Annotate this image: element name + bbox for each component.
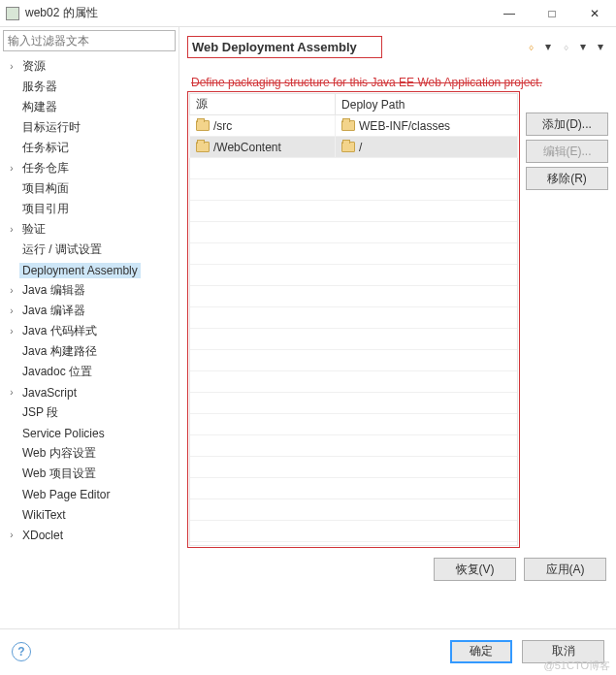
tree-item-label: Web Page Editor — [19, 487, 113, 502]
tree-item-label: Web 内容设置 — [19, 444, 99, 463]
category-tree[interactable]: ›资源服务器构建器目标运行时任务标记›任务仓库项目构面项目引用›验证运行 / 调… — [0, 54, 178, 628]
chevron-right-icon[interactable]: › — [4, 61, 19, 72]
chevron-right-icon[interactable]: › — [4, 305, 19, 316]
back-icon[interactable]: ⬨ — [523, 39, 538, 54]
column-source[interactable]: 源 — [190, 94, 336, 115]
tree-item-label: 验证 — [19, 220, 49, 239]
table-empty-area — [189, 158, 518, 546]
tree-item-label: 任务标记 — [19, 139, 72, 157]
tree-item[interactable]: 服务器 — [0, 77, 178, 97]
tree-item-label: JSP 段 — [19, 403, 61, 422]
folder-icon — [341, 120, 355, 131]
back-menu-icon[interactable]: ▾ — [540, 39, 556, 54]
tree-item[interactable]: ›任务仓库 — [0, 158, 178, 178]
tree-item[interactable]: 任务标记 — [0, 138, 178, 158]
chevron-right-icon[interactable]: › — [4, 530, 19, 540]
tree-item[interactable]: 运行 / 调试设置 — [0, 240, 178, 260]
maximize-button[interactable]: □ — [531, 0, 573, 27]
forward-menu-icon[interactable]: ▾ — [575, 39, 591, 54]
tree-item[interactable]: Service Policies — [0, 423, 178, 443]
column-deploy[interactable]: Deploy Path — [336, 94, 518, 115]
dialog-footer: ? 确定 取消 — [0, 628, 616, 673]
app-icon — [6, 7, 19, 20]
tree-item[interactable]: ›验证 — [0, 219, 178, 240]
tree-item-label: Service Policies — [19, 426, 108, 441]
tree-item-label: Javadoc 位置 — [19, 363, 95, 381]
assembly-table-wrap: 源 Deploy Path /srcWEB-INF/classes/WebCon… — [187, 91, 520, 548]
cell-deploy: / — [336, 137, 518, 158]
remove-button[interactable]: 移除(R) — [526, 167, 608, 190]
tree-item-label: 运行 / 调试设置 — [19, 241, 105, 259]
restore-button[interactable]: 恢复(V) — [434, 558, 516, 581]
tree-item[interactable]: Java 构建路径 — [0, 341, 178, 362]
tree-item-label: 构建器 — [19, 98, 60, 116]
assembly-table[interactable]: 源 Deploy Path /srcWEB-INF/classes/WebCon… — [189, 93, 518, 158]
window-title: web02 的属性 — [25, 5, 488, 21]
tree-item-label: Java 编译器 — [19, 302, 88, 320]
side-button-group: 添加(D)... 编辑(E)... 移除(R) — [526, 91, 608, 548]
tree-item-label: Java 编辑器 — [19, 281, 88, 300]
tree-item[interactable]: ›XDoclet — [0, 525, 178, 545]
apply-button[interactable]: 应用(A) — [524, 558, 606, 581]
tree-item-label: 项目引用 — [19, 200, 72, 218]
tree-item[interactable]: WikiText — [0, 504, 178, 525]
tree-item[interactable]: Web Page Editor — [0, 484, 178, 504]
close-button[interactable]: ✕ — [573, 0, 616, 27]
tree-item-label: 任务仓库 — [19, 159, 72, 177]
tree-item[interactable]: Deployment Assembly — [0, 260, 178, 280]
edit-button[interactable]: 编辑(E)... — [526, 140, 608, 163]
tree-item-label: 资源 — [19, 57, 49, 76]
chevron-right-icon[interactable]: › — [4, 285, 19, 296]
cell-source: /src — [190, 115, 336, 137]
tree-item-label: 项目构面 — [19, 179, 72, 198]
tree-item-label: WikiText — [19, 507, 69, 523]
watermark: @51CTO博客 — [544, 659, 610, 673]
tree-item[interactable]: 项目引用 — [0, 199, 178, 219]
page-nav: ⬨ ▾ ⬨ ▾ ▾ — [523, 39, 608, 54]
filter-input[interactable] — [3, 30, 176, 51]
forward-icon[interactable]: ⬨ — [558, 39, 573, 54]
chevron-right-icon[interactable]: › — [4, 163, 19, 174]
table-row[interactable]: /srcWEB-INF/classes — [190, 115, 518, 137]
tree-item[interactable]: 目标运行时 — [0, 117, 178, 138]
page-title: Web Deployment Assembly — [187, 36, 382, 58]
tree-item[interactable]: ›Java 编译器 — [0, 301, 178, 321]
tree-item[interactable]: Javadoc 位置 — [0, 362, 178, 382]
tree-item-label: Java 代码样式 — [19, 322, 100, 340]
cell-source: /WebContent — [190, 137, 336, 158]
minimize-button[interactable]: ― — [488, 0, 531, 27]
folder-icon — [341, 142, 355, 152]
tree-item-label: Web 项目设置 — [19, 465, 99, 483]
chevron-right-icon[interactable]: › — [4, 326, 19, 337]
tree-item[interactable]: ›资源 — [0, 56, 178, 77]
folder-icon — [196, 142, 210, 152]
sidebar: ›资源服务器构建器目标运行时任务标记›任务仓库项目构面项目引用›验证运行 / 调… — [0, 27, 179, 628]
tree-item[interactable]: ›Java 代码样式 — [0, 321, 178, 341]
tree-item[interactable]: ›Java 编辑器 — [0, 280, 178, 301]
tree-item[interactable]: Web 项目设置 — [0, 464, 178, 484]
folder-icon — [196, 120, 210, 131]
help-button[interactable]: ? — [12, 642, 31, 661]
tree-item-label: 目标运行时 — [19, 118, 83, 137]
tree-item[interactable]: ›JavaScript — [0, 382, 178, 402]
chevron-right-icon[interactable]: › — [4, 387, 19, 398]
view-menu-icon[interactable]: ▾ — [593, 39, 608, 54]
ok-button[interactable]: 确定 — [450, 640, 512, 663]
tree-item[interactable]: JSP 段 — [0, 402, 178, 423]
tree-item-label: XDoclet — [19, 528, 66, 543]
tree-item-label: Deployment Assembly — [19, 263, 141, 278]
title-bar: web02 的属性 ― □ ✕ — [0, 0, 616, 27]
cell-deploy: WEB-INF/classes — [336, 115, 518, 137]
tree-item-label: JavaScript — [19, 385, 80, 401]
tree-item[interactable]: 项目构面 — [0, 178, 178, 199]
chevron-right-icon[interactable]: › — [4, 224, 19, 235]
add-button[interactable]: 添加(D)... — [526, 112, 608, 136]
main-panel: Web Deployment Assembly ⬨ ▾ ⬨ ▾ ▾ Define… — [179, 27, 616, 628]
table-row[interactable]: /WebContent/ — [190, 137, 518, 158]
tree-item[interactable]: 构建器 — [0, 97, 178, 117]
page-description: Define packaging structure for this Java… — [191, 76, 608, 89]
tree-item[interactable]: Web 内容设置 — [0, 443, 178, 464]
tree-item-label: 服务器 — [19, 78, 60, 96]
tree-item-label: Java 构建路径 — [19, 342, 100, 361]
